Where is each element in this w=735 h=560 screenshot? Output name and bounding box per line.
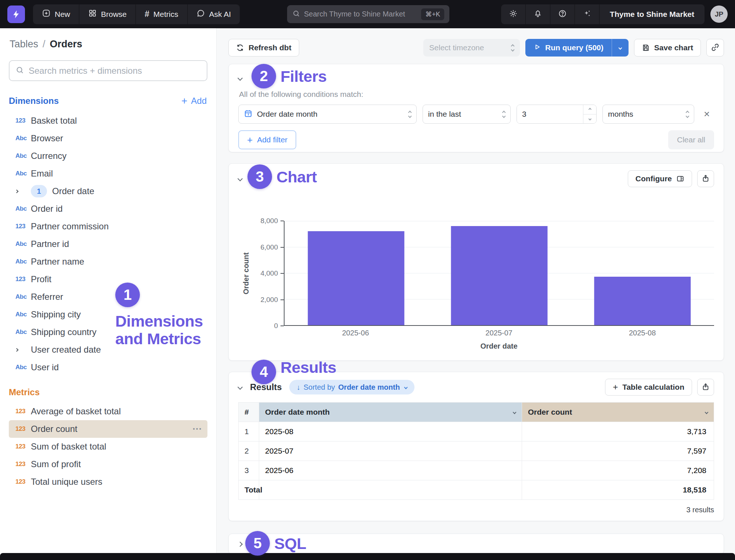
results-header[interactable]: Results ↓ Sorted by Order date month + T…	[238, 379, 714, 396]
dimension-item[interactable]: Abc Order id	[9, 200, 207, 218]
chevron-right-icon[interactable]	[15, 348, 19, 352]
dimension-item[interactable]: Abc Browser	[9, 130, 207, 147]
share-icon	[702, 174, 710, 183]
dimension-item[interactable]: Abc Referrer	[9, 288, 207, 306]
run-query-button[interactable]: Run query (500)	[525, 39, 612, 57]
chevron-down-icon[interactable]	[238, 176, 243, 181]
chevron-right-icon[interactable]	[238, 542, 243, 547]
chart-bar-2025-06[interactable]	[308, 231, 404, 325]
filter-operator-select[interactable]: in the last	[423, 105, 511, 124]
dimension-item[interactable]: Abc Currency	[9, 147, 207, 165]
nav-new-button[interactable]: New	[33, 4, 79, 24]
refresh-dbt-button[interactable]: Refresh dbt	[228, 39, 299, 57]
chart-bar-2025-08[interactable]	[594, 277, 691, 325]
field-type-slot	[15, 349, 31, 351]
column-header-order-date-month[interactable]: Order date month	[259, 403, 522, 422]
sql-header[interactable]	[238, 537, 714, 552]
table-row[interactable]: 1 2025-08 3,713	[239, 422, 714, 441]
chevron-down-icon[interactable]	[513, 410, 517, 414]
order-date-cell[interactable]: 2025-08	[259, 422, 522, 441]
nav-browse-button[interactable]: Browse	[79, 4, 136, 24]
save-chart-button[interactable]: Save chart	[634, 39, 701, 57]
order-date-cell[interactable]: 2025-06	[259, 461, 522, 480]
stepper-up-button[interactable]	[583, 105, 596, 114]
chart-bar-2025-07[interactable]	[451, 226, 547, 325]
dimension-item[interactable]: Abc Shipping city	[9, 306, 207, 323]
navbar-right: Thyme to Shine Market JP	[501, 4, 728, 24]
metric-label: Sum of basket total	[31, 441, 106, 452]
help-button[interactable]	[550, 4, 575, 24]
export-results-button[interactable]	[697, 379, 714, 396]
field-type-slot: Abc	[15, 205, 31, 212]
field-type-slot: Abc	[15, 240, 31, 248]
dimension-item[interactable]: Abc Partner id	[9, 235, 207, 253]
gear-icon	[509, 9, 518, 19]
table-row[interactable]: 3 2025-06 7,208	[239, 461, 714, 480]
field-type-slot: Abc	[15, 152, 31, 160]
column-header-index[interactable]: #	[239, 403, 259, 422]
user-avatar[interactable]: JP	[710, 6, 728, 23]
kebab-menu-icon[interactable]: •••	[193, 426, 202, 432]
order-count-cell[interactable]: 7,208	[522, 461, 714, 480]
filters-header[interactable]	[238, 71, 714, 86]
order-count-cell[interactable]: 7,597	[522, 441, 714, 461]
filter-unit-select[interactable]: months	[602, 105, 694, 124]
add-filter-button[interactable]: + Add filter	[238, 130, 296, 149]
dimension-item[interactable]: 123 Basket total	[9, 112, 207, 130]
dimension-item[interactable]: 1 Order date	[9, 182, 207, 200]
remove-filter-button[interactable]: ×	[704, 109, 710, 119]
timezone-select[interactable]: Select timezone	[423, 39, 520, 57]
metric-item[interactable]: 123 Total unique users	[9, 473, 207, 491]
org-switcher-button[interactable]: Thyme to Shine Market	[600, 4, 705, 24]
sort-chip[interactable]: ↓ Sorted by Order date month	[289, 380, 414, 394]
chevron-down-icon[interactable]	[238, 385, 243, 390]
configure-chart-button[interactable]: Configure	[628, 170, 692, 187]
settings-button[interactable]	[501, 4, 526, 24]
metric-item[interactable]: 123 Sum of profit	[9, 455, 207, 473]
fields-search-input[interactable]	[29, 66, 201, 76]
metric-item[interactable]: 123 Order count •••	[9, 420, 207, 438]
fields-search[interactable]	[9, 60, 207, 81]
row-index-cell: 3	[239, 461, 259, 480]
sparkles-icon	[583, 9, 591, 19]
column-header-order-count[interactable]: Order count	[522, 403, 714, 422]
metrics-title: Metrics	[9, 387, 40, 397]
dimension-item[interactable]: Abc Partner name	[9, 253, 207, 270]
share-link-button[interactable]	[706, 39, 724, 57]
stepper-down-button[interactable]	[583, 114, 596, 124]
add-dimension-button[interactable]: + Add	[181, 96, 207, 106]
export-chart-button[interactable]	[697, 170, 714, 187]
chevron-right-icon[interactable]	[15, 189, 19, 193]
global-search-input[interactable]	[304, 10, 421, 18]
dimension-item[interactable]: Abc Shipping country	[9, 323, 207, 341]
global-search[interactable]: ⌘+K	[287, 5, 449, 23]
notifications-button[interactable]	[526, 4, 550, 24]
x-tick-label: 2025-06	[342, 329, 369, 337]
chart-header[interactable]: Configure	[238, 170, 714, 187]
dimension-item[interactable]: Abc Email	[9, 165, 207, 182]
dimension-item[interactable]: 123 Profit	[9, 270, 207, 288]
dimension-label: Order date	[52, 186, 94, 196]
filter-value-field[interactable]	[517, 105, 583, 123]
chevron-down-icon[interactable]	[238, 76, 243, 81]
y-axis-ticks: 8,0006,0004,0002,0000	[254, 221, 284, 326]
metric-item[interactable]: 123 Average of basket total	[9, 403, 207, 420]
order-count-cell[interactable]: 3,713	[522, 422, 714, 441]
app-logo[interactable]	[7, 6, 25, 23]
nav-ask-ai-button[interactable]: Ask AI	[188, 4, 240, 24]
clear-all-button[interactable]: Clear all	[668, 130, 714, 149]
grid-icon	[88, 9, 97, 19]
table-calculation-button[interactable]: + Table calculation	[605, 379, 692, 396]
filter-field-select[interactable]: Order date month	[238, 105, 417, 124]
order-date-cell[interactable]: 2025-07	[259, 441, 522, 461]
nav-metrics-button[interactable]: # Metrics	[136, 4, 187, 24]
metric-item[interactable]: 123 Sum of basket total	[9, 438, 207, 455]
table-row[interactable]: 2 2025-07 7,597	[239, 441, 714, 461]
run-query-options-button[interactable]	[612, 39, 629, 57]
ai-sparkles-button[interactable]	[575, 4, 600, 24]
dimension-item[interactable]: Abc User id	[9, 359, 207, 376]
dimension-item[interactable]: 123 Partner commission	[9, 218, 207, 235]
dimension-item[interactable]: User created date	[9, 341, 207, 359]
breadcrumb-tables-link[interactable]: Tables	[10, 39, 38, 50]
chevron-down-icon[interactable]	[705, 410, 709, 414]
